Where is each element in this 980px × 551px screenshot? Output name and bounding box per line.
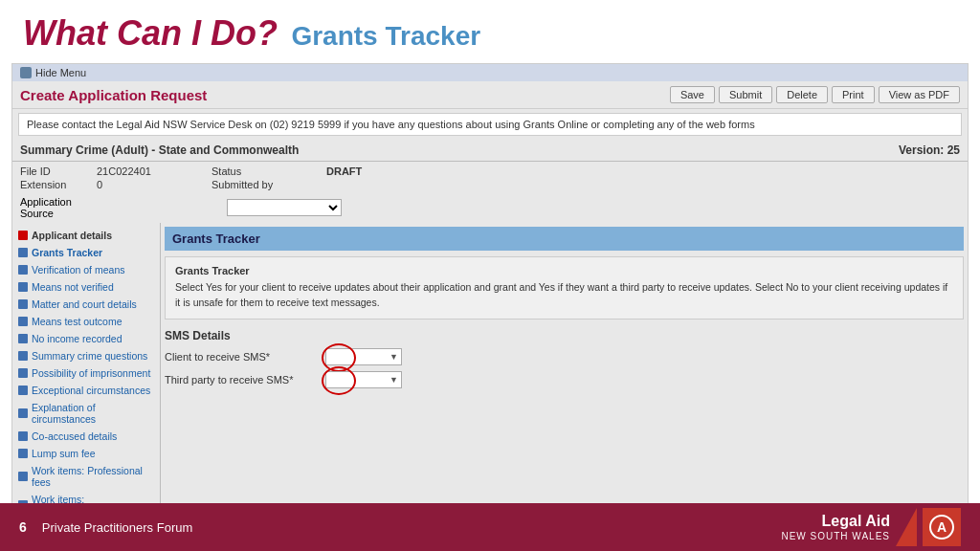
sidebar-item-1[interactable]: Verification of means — [12, 261, 160, 278]
hide-menu-icon — [20, 67, 32, 78]
grants-tracker-box-text: Select Yes for your client to receive up… — [175, 280, 953, 311]
sidebar-header: Applicant details — [12, 227, 160, 244]
sms-details-section: SMS Details Client to receive SMS* Yes N… — [165, 325, 964, 388]
page-title: What Can I Do? — [23, 13, 278, 53]
submit-button[interactable]: Submit — [719, 86, 772, 103]
sidebar-item-icon-12 — [18, 472, 28, 481]
sidebar-item-label-7: Possibility of imprisonment — [32, 367, 150, 379]
sidebar-item-icon-7 — [18, 368, 28, 378]
logo-text: Legal Aid NEW SOUTH WALES — [781, 512, 890, 541]
toolbar-buttons: Save Submit Delete Print View as PDF — [670, 86, 960, 103]
sidebar-header-label: Applicant details — [32, 230, 112, 241]
save-button[interactable]: Save — [670, 86, 715, 103]
create-app-title: Create Application Request — [20, 87, 207, 103]
sidebar-item-7[interactable]: Possibility of imprisonment — [12, 364, 160, 382]
sidebar-item-8[interactable]: Exceptional circumstances — [12, 382, 160, 399]
footer-text: Private Practitioners Forum — [42, 520, 193, 535]
sidebar-item-label-6: Summary crime questions — [32, 350, 147, 362]
info-text: Please contact the Legal Aid NSW Service… — [27, 119, 755, 130]
version-label: Version: 25 — [899, 143, 960, 157]
sidebar-item-icon-3 — [18, 299, 28, 309]
sidebar-item-icon-11 — [18, 449, 28, 458]
sidebar-item-2[interactable]: Means not verified — [12, 278, 160, 296]
sidebar-item-11[interactable]: Lump sum fee — [12, 445, 160, 462]
logo-triangle — [896, 508, 917, 546]
sidebar: Applicant details Grants TrackerVerifica… — [12, 223, 161, 523]
logo-icon: A — [927, 513, 956, 541]
topbar: Hide Menu — [12, 64, 968, 81]
client-sms-select-wrapper: Yes No ▼ — [325, 348, 402, 365]
sidebar-item-icon-6 — [18, 351, 28, 361]
file-id-label: File ID — [20, 165, 97, 177]
view-as-pdf-button[interactable]: View as PDF — [879, 86, 960, 103]
sidebar-item-label-3: Matter and court details — [32, 298, 137, 310]
app-source-label: Application Source — [20, 196, 97, 219]
third-party-sms-row: Third party to receive SMS* Yes No ▼ — [165, 371, 964, 388]
two-col-layout: Applicant details Grants TrackerVerifica… — [12, 223, 968, 523]
hide-menu-label[interactable]: Hide Menu — [35, 67, 86, 78]
section-header: Summary Crime (Adult) - State and Common… — [12, 140, 968, 162]
info-bar: Please contact the Legal Aid NSW Service… — [18, 113, 962, 136]
sidebar-item-label-1: Verification of means — [32, 264, 124, 276]
right-panel: Grants Tracker Grants Tracker Select Yes… — [161, 223, 968, 523]
sidebar-item-12[interactable]: Work items: Professional fees — [12, 462, 160, 491]
sidebar-item-icon-1 — [18, 265, 28, 275]
main-content: Hide Menu Create Application Request Sav… — [11, 63, 969, 524]
sidebar-item-label-9: Explanation of circumstances — [32, 402, 154, 425]
svg-text:A: A — [937, 519, 947, 535]
sidebar-item-9[interactable]: Explanation of circumstances — [12, 399, 160, 428]
delete-button[interactable]: Delete — [776, 86, 828, 103]
footer: 6 Private Practitioners Forum Legal Aid … — [0, 503, 980, 551]
grants-tracker-box-title: Grants Tracker — [175, 265, 953, 276]
page-subtitle: Grants Tracker — [291, 21, 480, 51]
third-party-sms-select[interactable]: Yes No — [325, 371, 402, 388]
grants-tracker-panel-title: Grants Tracker — [165, 227, 964, 251]
sidebar-item-6[interactable]: Summary crime questions — [12, 347, 160, 364]
app-bar: Create Application Request Save Submit D… — [12, 81, 968, 109]
sidebar-item-label-12: Work items: Professional fees — [32, 465, 154, 488]
sidebar-item-label-10: Co-accused details — [32, 430, 117, 442]
sidebar-item-label-4: Means test outcome — [32, 316, 122, 327]
client-sms-label: Client to receive SMS* — [165, 351, 318, 363]
extension-label: Extension — [20, 179, 97, 190]
sidebar-item-0[interactable]: Grants Tracker — [12, 244, 160, 261]
sidebar-item-label-0: Grants Tracker — [32, 247, 102, 258]
sidebar-item-icon-4 — [18, 317, 28, 326]
sidebar-item-icon-5 — [18, 334, 28, 343]
header: What Can I Do? Grants Tracker — [0, 0, 980, 63]
third-party-sms-select-wrapper: Yes No ▼ — [325, 371, 402, 388]
status-value: DRAFT — [326, 165, 518, 177]
app-source-select[interactable] — [227, 199, 342, 216]
footer-logo: Legal Aid NEW SOUTH WALES A — [781, 508, 961, 546]
sms-details-header: SMS Details — [165, 325, 964, 348]
file-id-value: 21C022401 — [97, 165, 212, 177]
app-source-row: Application Source — [12, 194, 968, 223]
sidebar-items: Grants TrackerVerification of meansMeans… — [12, 244, 160, 519]
sidebar-item-icon-2 — [18, 282, 28, 292]
sidebar-item-label-2: Means not verified — [32, 281, 114, 293]
sidebar-item-4[interactable]: Means test outcome — [12, 313, 160, 330]
status-label: Status — [212, 165, 326, 177]
sidebar-item-label-11: Lump sum fee — [32, 448, 96, 459]
applicant-details-icon — [18, 231, 28, 240]
sidebar-item-icon-10 — [18, 431, 28, 441]
section-title: Summary Crime (Adult) - State and Common… — [20, 143, 299, 157]
sidebar-item-5[interactable]: No income recorded — [12, 330, 160, 347]
sidebar-item-icon-0 — [18, 248, 28, 257]
print-button[interactable]: Print — [832, 86, 875, 103]
sidebar-item-label-5: No income recorded — [32, 333, 122, 344]
file-info: File ID 21C022401 Status DRAFT Extension… — [12, 162, 968, 194]
extension-value: 0 — [97, 179, 212, 190]
sidebar-item-icon-8 — [18, 386, 28, 395]
sidebar-item-3[interactable]: Matter and court details — [12, 296, 160, 313]
grants-tracker-box: Grants Tracker Select Yes for your clien… — [165, 256, 964, 320]
submitted-by-label: Submitted by — [212, 179, 326, 190]
logo-box: A — [923, 508, 961, 546]
sidebar-item-10[interactable]: Co-accused details — [12, 428, 160, 445]
third-party-sms-label: Third party to receive SMS* — [165, 374, 318, 386]
client-sms-select[interactable]: Yes No — [325, 348, 402, 365]
client-sms-row: Client to receive SMS* Yes No ▼ — [165, 348, 964, 365]
sidebar-item-icon-9 — [18, 408, 28, 418]
sidebar-item-label-8: Exceptional circumstances — [32, 385, 150, 396]
footer-number: 6 — [19, 519, 27, 535]
